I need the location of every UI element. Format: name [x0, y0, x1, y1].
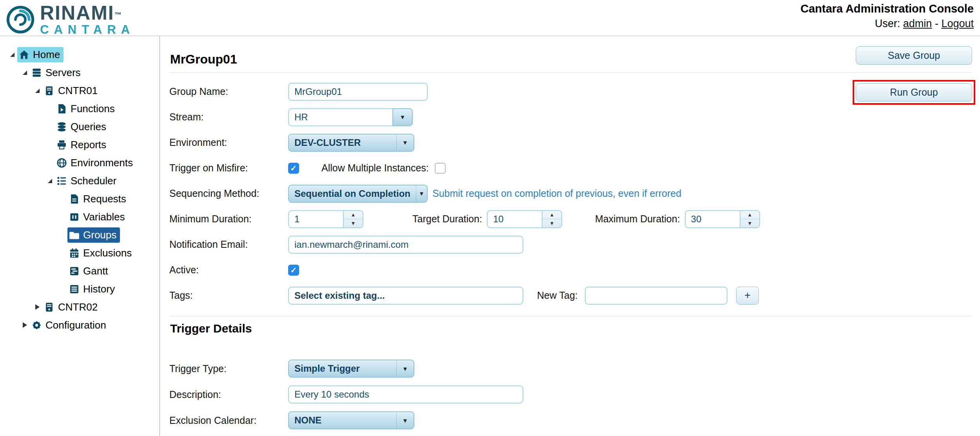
expand-toggle-icon[interactable] [20, 322, 30, 328]
collapse-toggle-icon[interactable] [20, 71, 30, 75]
target-duration-spinner: ▲ ▼ [487, 210, 562, 228]
sidebar-item-groups[interactable]: Groups [0, 226, 160, 244]
stream-label: Stream: [169, 111, 288, 123]
environment-select[interactable]: DEV-CLUSTER ▼ [288, 134, 414, 152]
decrement-button[interactable]: ▼ [740, 219, 759, 227]
sidebar-item-variables[interactable]: Variables [0, 208, 160, 226]
chevron-down-icon: ▼ [396, 360, 414, 377]
stream-row: Stream: ▼ [169, 104, 972, 130]
page-title: MrGroup01 [170, 52, 972, 67]
notification-email-label: Notification Email: [169, 239, 288, 250]
maximum-duration-input[interactable] [685, 210, 740, 228]
sidebar-item-configuration[interactable]: Configuration [0, 316, 160, 334]
queries-icon [56, 122, 67, 132]
notification-email-row: Notification Email: [169, 232, 972, 257]
new-tag-label: New Tag: [537, 290, 578, 301]
sidebar-item-exclusions[interactable]: Exclusions [0, 244, 160, 262]
increment-button[interactable]: ▲ [740, 211, 759, 220]
sidebar-item-label: Requests [83, 193, 126, 205]
sidebar-item-chip: History [67, 282, 118, 297]
sidebar-item-queries[interactable]: Queries [0, 118, 160, 136]
maximum-duration-label: Maximum Duration: [595, 213, 680, 225]
sidebar-item-functions[interactable]: Functions [0, 100, 160, 118]
active-checkbox[interactable]: ✓ [288, 265, 299, 276]
groups-icon [69, 230, 80, 240]
user-link[interactable]: admin [903, 18, 932, 29]
chevron-down-icon: ▼ [416, 185, 427, 202]
sidebar-item-environments[interactable]: Environments [0, 154, 160, 172]
minimum-duration-label: Minimum Duration: [169, 213, 288, 225]
tags-input[interactable] [288, 287, 523, 305]
notification-email-input[interactable] [288, 236, 523, 254]
stream-input[interactable] [288, 108, 393, 126]
rinami-logo-icon [5, 5, 35, 35]
run-group-button[interactable]: Run Group [856, 83, 972, 102]
target-duration-label: Target Duration: [412, 213, 482, 225]
sidebar-item-label: Environments [71, 157, 133, 169]
sidebar-item-chip: Queries [55, 119, 110, 134]
exclusion-calendar-select[interactable]: NONE ▼ [288, 411, 414, 429]
sidebar-item-label: CNTR01 [58, 85, 98, 97]
chevron-down-icon: ▼ [400, 114, 406, 120]
sidebar-item-label: Home [33, 49, 60, 61]
sidebar-item-cntr01[interactable]: CNTR01 [0, 82, 160, 100]
collapse-toggle-icon[interactable] [45, 179, 55, 183]
sidebar-item-label: Variables [83, 211, 125, 223]
minimum-duration-input[interactable] [288, 210, 344, 228]
increment-button[interactable]: ▲ [344, 211, 363, 220]
durations-row: Minimum Duration: ▲ ▼ Target Duration: ▲… [169, 206, 972, 232]
sidebar-item-chip: Functions [55, 101, 118, 116]
history-icon [69, 284, 80, 294]
group-name-row: Group Name: [169, 79, 972, 104]
configuration-icon [31, 320, 42, 331]
sidebar-item-label: Gantt [83, 265, 108, 277]
server-icon [44, 302, 54, 312]
title-divider [169, 72, 972, 73]
sidebar-item-scheduler[interactable]: Scheduler [0, 172, 160, 190]
sequencing-method-select[interactable]: Sequential on Completion ▼ [288, 185, 428, 203]
misfire-row: Trigger on Misfire: ✓ Allow Multiple Ins… [169, 155, 972, 181]
sidebar-item-home[interactable]: Home [0, 45, 160, 64]
group-name-input[interactable] [288, 83, 428, 101]
active-row: Active: ✓ [169, 257, 972, 283]
add-tag-button[interactable]: + [736, 287, 759, 305]
exclusion-calendar-row: Exclusion Calendar: NONE ▼ [169, 407, 972, 433]
trigger-type-select[interactable]: Simple Trigger ▼ [288, 360, 414, 378]
target-duration-input[interactable] [487, 210, 543, 228]
sidebar-item-history[interactable]: History [0, 280, 160, 298]
sidebar-item-requests[interactable]: Requests [0, 190, 160, 208]
trigger-type-value: Simple Trigger [289, 363, 396, 374]
sequencing-method-row: Sequencing Method: Sequential on Complet… [169, 181, 972, 206]
environment-row: Environment: DEV-CLUSTER ▼ [169, 130, 972, 155]
description-input[interactable] [288, 385, 523, 403]
sidebar-item-gantt[interactable]: Gantt [0, 262, 160, 280]
sidebar-item-reports[interactable]: Reports [0, 136, 160, 154]
collapse-toggle-icon[interactable] [32, 89, 42, 93]
sidebar-item-label: History [83, 283, 115, 295]
run-group-highlight-annotation: Run Group [853, 80, 975, 105]
logo-line2: CANTARA [40, 24, 135, 36]
sidebar-item-servers[interactable]: Servers [0, 64, 160, 82]
collapse-toggle-icon[interactable] [7, 53, 17, 57]
minimum-duration-spinner: ▲ ▼ [288, 210, 363, 228]
expand-toggle-icon[interactable] [32, 304, 42, 310]
allow-multiple-instances-checkbox[interactable] [435, 163, 446, 174]
sidebar-item-label: Configuration [45, 319, 106, 331]
logo-text: RINAMI™ CANTARA [40, 3, 135, 36]
logout-link[interactable]: Logout [941, 18, 974, 29]
decrement-button[interactable]: ▼ [543, 219, 561, 227]
increment-button[interactable]: ▲ [543, 211, 561, 220]
trigger-type-row: Trigger Type: Simple Trigger ▼ [169, 356, 972, 382]
trigger-on-misfire-checkbox[interactable]: ✓ [288, 163, 299, 174]
sidebar-item-chip: Environments [55, 155, 136, 171]
sidebar-item-label: Reports [71, 139, 106, 151]
sidebar-item-label: Scheduler [71, 175, 116, 187]
new-tag-input[interactable] [585, 287, 728, 305]
allow-multiple-instances-label: Allow Multiple Instances: [321, 162, 429, 174]
decrement-button[interactable]: ▼ [344, 219, 363, 227]
exclusion-calendar-label: Exclusion Calendar: [169, 415, 288, 426]
stream-dropdown-button[interactable]: ▼ [392, 108, 413, 126]
save-group-button[interactable]: Save Group [856, 46, 972, 65]
sidebar-item-cntr02[interactable]: CNTR02 [0, 298, 160, 316]
requests-icon [69, 194, 80, 204]
